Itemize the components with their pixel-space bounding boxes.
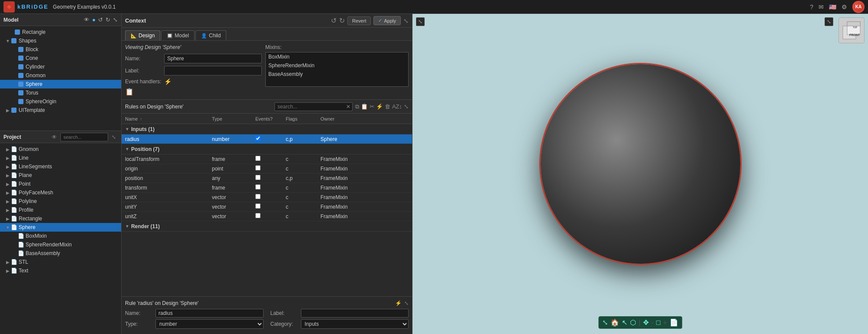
rule-type-select[interactable]: number frame point any vector	[155, 319, 264, 329]
model-tree-block[interactable]: Block	[0, 45, 121, 54]
col-name-header[interactable]: Name ↑	[122, 116, 208, 121]
rule-detail-expand-icon[interactable]: ⤡	[404, 300, 409, 306]
row-position[interactable]: position any c,p FrameMixin	[122, 174, 412, 183]
rules-copy-icon[interactable]: ⧉	[355, 103, 359, 110]
project-expand-icon[interactable]: ⤡	[112, 134, 116, 140]
project-tree-plane[interactable]: ▶ 📄 Plane	[0, 171, 121, 180]
project-tree-gnomon[interactable]: ▶ 📄 Gnomon	[0, 145, 121, 154]
rules-cut-icon[interactable]: ✂	[370, 103, 374, 110]
viewport-fullscreen-button[interactable]: ⤡	[825, 17, 833, 26]
model-expand-icon[interactable]: ⤡	[113, 16, 118, 23]
rules-event-icon[interactable]: ⚡	[376, 103, 383, 110]
row-transform[interactable]: transform frame c FrameMixin	[122, 183, 412, 193]
project-tree-sphererendermixin[interactable]: 📄 SphereRenderMixin	[0, 240, 121, 249]
origin-events-checkbox[interactable]	[255, 165, 261, 170]
tab-model[interactable]: 🔲 Model	[161, 30, 195, 40]
project-tree-point[interactable]: ▶ 📄 Point	[0, 180, 121, 188]
model-circle-icon[interactable]: ●	[92, 16, 96, 23]
nav-cube[interactable]: FRONT TOP	[838, 17, 865, 43]
project-tree-stl[interactable]: ▶ 📄 STL	[0, 258, 121, 266]
vp-pan-icon[interactable]: ✥	[643, 318, 649, 327]
vp-wireframe-icon[interactable]: □	[656, 319, 660, 327]
group-render[interactable]: ▼ Render (11)	[122, 221, 412, 232]
mixin-sphererendermixin[interactable]: SphereRenderMixin	[266, 61, 408, 70]
tab-child[interactable]: 👤 Child	[195, 30, 226, 40]
radius-events-checkbox[interactable]	[255, 136, 261, 141]
model-tree-sphereorigin[interactable]: SphereOrigin	[0, 97, 121, 106]
model-tree-cone[interactable]: Cone	[0, 54, 121, 62]
model-tree-sphere[interactable]: Sphere	[0, 80, 121, 88]
mixin-boxmixin[interactable]: BoxMixin	[266, 52, 408, 61]
apply-button[interactable]: ✓ Apply	[373, 16, 401, 25]
unitz-events-checkbox[interactable]	[255, 213, 261, 218]
position-events-checkbox[interactable]	[255, 175, 261, 180]
row-unitz[interactable]: unitZ vector c FrameMixin	[122, 212, 412, 221]
col-owner-header[interactable]: Owner	[317, 116, 412, 121]
project-tree-profile[interactable]: ▶ 📄 Profile	[0, 206, 121, 214]
model-refresh-icon[interactable]: ↺	[98, 16, 103, 23]
rules-paste-icon[interactable]: 📋	[361, 103, 368, 110]
viewport-expand-button[interactable]: ⤡	[416, 17, 425, 26]
rules-search-input[interactable]	[275, 103, 344, 111]
unitx-events-checkbox[interactable]	[255, 194, 261, 199]
user-avatar[interactable]: KA	[852, 1, 865, 13]
localtransform-events-checkbox[interactable]	[255, 156, 261, 161]
vp-home-icon[interactable]: 🏠	[611, 318, 619, 327]
row-origin[interactable]: origin point c FrameMixin	[122, 164, 412, 174]
redo-icon[interactable]: ↻	[339, 16, 345, 25]
project-tree-linesegments[interactable]: ▶ 📄 LineSegments	[0, 162, 121, 171]
event-doc-icon[interactable]: 📋	[125, 88, 134, 95]
model-tree-gnomon[interactable]: Gnomon	[0, 71, 121, 80]
project-tree-boxmixin[interactable]: 📄 BoxMixin	[0, 232, 121, 240]
mixin-baseassembly[interactable]: BaseAssembly	[266, 70, 408, 79]
help-icon[interactable]: ?	[810, 3, 813, 10]
transform-events-checkbox[interactable]	[255, 184, 261, 190]
col-flags-header[interactable]: Flags	[282, 116, 317, 121]
project-tree-polyfacemesh[interactable]: ▶ 📄 PolyFaceMesh	[0, 188, 121, 197]
rules-sort-az-icon[interactable]: AZ↕	[392, 103, 402, 110]
rules-expand-icon[interactable]: ⤡	[404, 103, 409, 110]
model-tree-rectangle[interactable]: Rectangle	[0, 28, 121, 36]
3d-viewport[interactable]: FRONT TOP ⤡ ⤡ ⤡ 🏠 ↖ ⬡ | ✥ - □ + 📄	[413, 14, 868, 334]
flag-icon[interactable]: 🇺🇸	[829, 3, 836, 10]
unity-events-checkbox[interactable]	[255, 203, 261, 209]
model-tree-cylinder[interactable]: Cylinder	[0, 62, 121, 71]
col-events-header[interactable]: Events?	[252, 116, 282, 121]
row-localtransform[interactable]: localTransform frame c FrameMixin	[122, 154, 412, 164]
rule-label-input[interactable]	[301, 309, 409, 318]
model-tree-shapes[interactable]: ▼ Shapes	[0, 36, 121, 45]
row-radius[interactable]: radius number c,p Sphere	[122, 134, 412, 144]
label-input[interactable]	[164, 66, 262, 75]
group-inputs[interactable]: ▼ Inputs (1)	[122, 124, 412, 134]
mail-icon[interactable]: ✉	[818, 3, 824, 10]
model-tree-torus[interactable]: Torus	[0, 88, 121, 97]
project-tree-baseassembly[interactable]: 📄 BaseAssembly	[0, 249, 121, 258]
tab-design[interactable]: 📐 Design	[125, 30, 160, 40]
vp-screenshot-icon[interactable]: 📄	[670, 318, 678, 327]
project-tree-text[interactable]: ▶ 📄 Text	[0, 266, 121, 275]
project-tree-line[interactable]: ▶ 📄 Line	[0, 154, 121, 162]
rule-detail-event-icon[interactable]: ⚡	[395, 300, 402, 306]
event-handlers-icon[interactable]: ⚡	[164, 78, 172, 85]
vp-select-icon[interactable]: ↖	[622, 318, 627, 327]
rule-category-select[interactable]: Inputs Position Render	[301, 319, 409, 329]
rules-search-close-icon[interactable]: ✕	[344, 103, 352, 111]
model-eye-icon[interactable]: 👁	[84, 16, 89, 23]
name-input[interactable]	[164, 54, 262, 63]
project-tree-rectangle[interactable]: ▶ 📄 Rectangle	[0, 214, 121, 223]
group-position[interactable]: ▼ Position (7)	[122, 144, 412, 154]
rules-delete-icon[interactable]: 🗑	[385, 103, 390, 110]
project-eye-icon[interactable]: 👁	[52, 134, 57, 140]
row-unity[interactable]: unitY vector c FrameMixin	[122, 202, 412, 212]
undo-icon[interactable]: ↺	[331, 16, 337, 25]
settings-icon[interactable]: ⚙	[842, 3, 847, 10]
model-refresh2-icon[interactable]: ↻	[106, 16, 110, 23]
col-type-header[interactable]: Type	[208, 116, 252, 121]
vp-rotate-icon[interactable]: ⬡	[630, 318, 636, 327]
context-expand-icon[interactable]: ⤡	[403, 17, 409, 24]
model-tree-uitemplate[interactable]: ▶ UITemplate	[0, 106, 121, 115]
project-search-input[interactable]	[60, 133, 108, 141]
rule-name-input[interactable]	[155, 309, 264, 318]
project-tree-sphere[interactable]: ▼ 📄 Sphere	[0, 223, 121, 232]
row-unitx[interactable]: unitX vector c FrameMixin	[122, 193, 412, 202]
